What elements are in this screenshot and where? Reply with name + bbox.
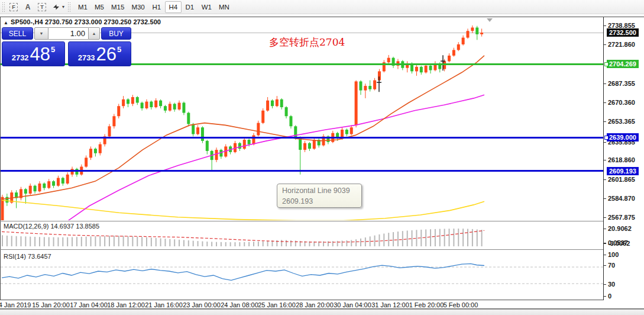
one-click-trading-panel: SELL ▼ 1.00 ▲ BUY 2732 48 5 2733 26 5 bbox=[2, 27, 131, 66]
time-axis[interactable]: 14 Jan 201915 Jan 20:0017 Jan 04:0018 Ja… bbox=[0, 300, 644, 308]
window-marker-icon: ▲ bbox=[4, 20, 8, 25]
price-line-label: 2639.000 bbox=[607, 133, 639, 142]
axis-tick bbox=[604, 121, 606, 122]
buy-price-button[interactable]: 2733 26 5 bbox=[68, 41, 131, 66]
price-axis-label: 2687.355 bbox=[608, 80, 635, 88]
price-axis-label: 2670.360 bbox=[608, 99, 635, 107]
chart-shift-marker[interactable] bbox=[487, 18, 493, 22]
timeframe-button-d1[interactable]: D1 bbox=[182, 1, 198, 13]
trading-platform-window: FAT ▾ M1M5M15M30H1H4D1W1MN ▲SP500-,H4 27… bbox=[0, 0, 644, 315]
timeframe-button-m5[interactable]: M5 bbox=[91, 1, 108, 13]
toolbar-grip[interactable] bbox=[67, 2, 70, 12]
toolbar-grip[interactable] bbox=[2, 2, 5, 12]
macd-axis-label: 20.9062 bbox=[608, 225, 632, 233]
rsi-indicator-pane[interactable] bbox=[1, 251, 603, 300]
toolbar: FAT ▾ M1M5M15M30H1H4D1W1MN bbox=[0, 0, 644, 14]
macd-histogram bbox=[2, 229, 482, 246]
axis-tick bbox=[604, 25, 606, 26]
buy-button[interactable]: BUY bbox=[101, 27, 131, 40]
price-line-label: 2704.269 bbox=[607, 60, 639, 68]
axis-tick bbox=[604, 142, 606, 143]
rsi-header: RSI(14) 73.6457 bbox=[4, 253, 51, 260]
chart-text-annotation: 多空转折点2704 bbox=[269, 36, 345, 49]
sell-price-pips: 48 bbox=[30, 46, 50, 63]
chevron-down-icon[interactable]: ▾ bbox=[62, 4, 64, 9]
axis-tick bbox=[604, 198, 606, 199]
sell-button[interactable]: SELL bbox=[2, 27, 33, 40]
macd-header: MACD(12,26,9) 14.6937 13.8585 bbox=[4, 223, 99, 230]
timeframe-button-w1[interactable]: W1 bbox=[198, 1, 215, 13]
tooltip-value: 2609.193 bbox=[282, 196, 357, 207]
axis-tick bbox=[604, 160, 606, 160]
ma-fast-line bbox=[2, 56, 484, 200]
axis-tick bbox=[604, 255, 606, 255]
sell-price-fraction: 5 bbox=[51, 45, 55, 54]
price-line-label: 2732.500 bbox=[607, 28, 639, 37]
ma-slow-line bbox=[2, 200, 484, 220]
rsi-axis-label: 30 bbox=[608, 281, 615, 288]
buy-price-fraction: 5 bbox=[117, 45, 121, 54]
price-line-label: 2609.193 bbox=[607, 167, 639, 175]
axis-tick bbox=[604, 265, 606, 266]
symbol-ohlc-header: ▲SP500-,H4 2730.750 2733.000 2730.250 27… bbox=[4, 18, 161, 25]
line-anchor-square[interactable] bbox=[604, 62, 609, 66]
timeframe-group: M1M5M15M30H1H4D1W1MN bbox=[75, 1, 233, 13]
axis-tick bbox=[604, 284, 606, 285]
font-properties-icon[interactable]: F bbox=[7, 1, 20, 13]
label-tool-icon[interactable]: T bbox=[35, 1, 48, 13]
axis-tick bbox=[604, 296, 606, 297]
timeframe-button-m1[interactable]: M1 bbox=[75, 1, 91, 13]
rsi-axis-label: 70 bbox=[608, 262, 615, 269]
timeframe-button-m30[interactable]: M30 bbox=[128, 1, 148, 13]
sell-price-button[interactable]: 2732 48 5 bbox=[2, 41, 65, 66]
tooltip-title: Horizontal Line 9039 bbox=[282, 185, 357, 196]
axis-tick bbox=[604, 217, 606, 218]
buy-price-base: 2733 bbox=[78, 53, 95, 62]
timeframe-button-m15[interactable]: M15 bbox=[108, 1, 128, 13]
price-axis-label: 2584.870 bbox=[608, 195, 635, 202]
status-bar bbox=[0, 309, 644, 315]
timeframe-button-h1[interactable]: H1 bbox=[148, 1, 165, 13]
rsi-axis-label: 100 bbox=[608, 251, 619, 259]
axis-tick bbox=[604, 44, 606, 45]
horizontal-line-tooltip: Horizontal Line 9039 2609.193 bbox=[277, 184, 362, 208]
axis-tick bbox=[604, 83, 606, 84]
axis-tick bbox=[604, 102, 606, 103]
timeframe-button-mn[interactable]: MN bbox=[215, 1, 233, 13]
volume-decrease-button[interactable]: ▼ bbox=[34, 27, 48, 40]
rsi-line bbox=[2, 263, 484, 280]
pane-separator[interactable] bbox=[0, 249, 603, 250]
volume-increase-button[interactable]: ▲ bbox=[88, 27, 100, 40]
price-axis[interactable]: 2738.8552721.8602687.3552670.3602653.365… bbox=[604, 17, 644, 300]
text-tool-icon[interactable]: A bbox=[21, 1, 34, 13]
price-axis-label: 2567.875 bbox=[608, 214, 635, 221]
rsi-axis-label: 0 bbox=[608, 292, 611, 300]
price-axis-label: 2618.860 bbox=[608, 156, 635, 164]
axis-tick bbox=[604, 229, 606, 229]
price-axis-label: 2721.860 bbox=[608, 41, 635, 49]
ohlc-text: SP500-,H4 2730.750 2733.000 2730.250 273… bbox=[11, 18, 161, 25]
buy-price-pips: 26 bbox=[96, 46, 116, 63]
axis-tick bbox=[604, 179, 606, 180]
volume-input[interactable]: 1.00 bbox=[48, 27, 88, 40]
time-axis-label: 5 Feb 00:00 bbox=[434, 301, 487, 308]
price-axis-label: 2601.865 bbox=[608, 176, 635, 184]
macd-axis-label: -3.0062 bbox=[608, 240, 630, 247]
arrows-tool-icon[interactable] bbox=[50, 1, 63, 13]
sell-price-base: 2732 bbox=[12, 53, 29, 62]
timeframe-button-h4[interactable]: H4 bbox=[165, 1, 182, 13]
line-anchor-square[interactable] bbox=[604, 136, 609, 140]
axis-tick bbox=[604, 243, 606, 244]
price-axis-label: 2653.365 bbox=[608, 118, 635, 126]
drawing-tools-group: FAT bbox=[7, 1, 63, 13]
